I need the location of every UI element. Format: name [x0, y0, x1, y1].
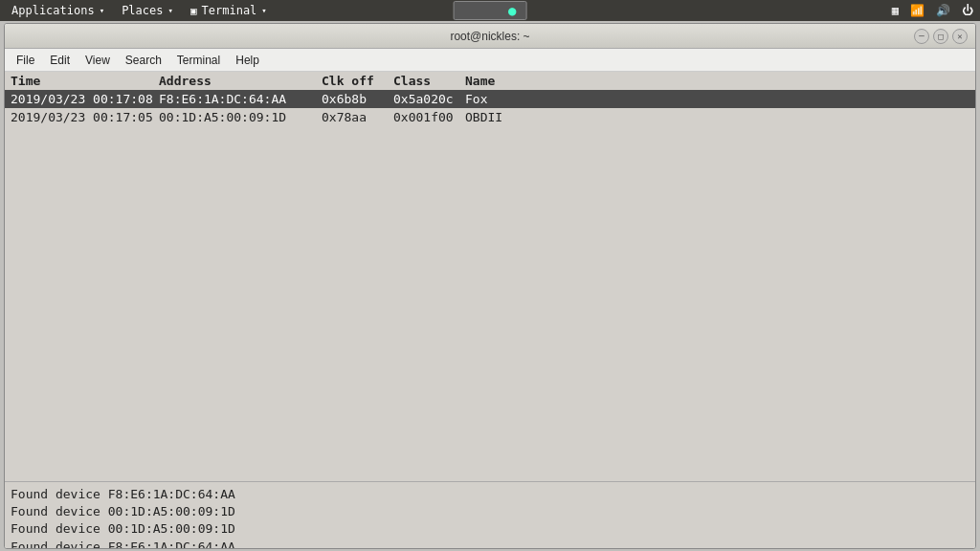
- terminal-label: Terminal: [202, 4, 257, 17]
- window-title: root@nickles: ~: [450, 30, 529, 43]
- network-indicator: ●: [454, 1, 527, 20]
- terminal-menu[interactable]: ▣ Terminal ▾: [183, 2, 275, 19]
- header-clkoff: Clk off: [322, 74, 393, 88]
- cell-time: 2019/03/23 00:17:05: [11, 110, 159, 124]
- header-class: Class: [393, 74, 465, 88]
- maximize-button[interactable]: □: [933, 29, 948, 44]
- cell-name: Fox: [465, 92, 561, 106]
- cell-address: 00:1D:A5:00:09:1D: [159, 110, 322, 124]
- cell-class: 0x001f00: [393, 110, 465, 124]
- system-bar-right: ▦ 📶 🔊 ⏻: [889, 4, 976, 17]
- header-name: Name: [465, 74, 561, 88]
- menu-edit[interactable]: Edit: [42, 51, 78, 70]
- log-line: Found device F8:E6:1A:DC:64:AA: [11, 539, 969, 548]
- menu-file[interactable]: File: [9, 51, 42, 70]
- terminal-icon: ▣: [190, 5, 197, 17]
- table-row[interactable]: 2019/03/23 00:17:05 00:1D:A5:00:09:1D 0x…: [5, 108, 975, 126]
- places-menu[interactable]: Places ▾: [114, 2, 181, 19]
- log-line: Found device F8:E6:1A:DC:64:AA: [11, 486, 969, 503]
- table-rows: 2019/03/23 00:17:08 F8:E6:1A:DC:64:AA 0x…: [5, 90, 975, 126]
- log-line: Found device 00:1D:A5:00:09:1D: [11, 503, 969, 520]
- cell-class: 0x5a020c: [393, 92, 465, 106]
- system-bar-center: ●: [454, 1, 527, 20]
- applications-menu[interactable]: Applications ▾: [4, 2, 112, 19]
- content-area: Time Address Clk off Class Name 2019/03/…: [5, 72, 975, 548]
- log-area: Found device F8:E6:1A:DC:64:AAFound devi…: [5, 481, 975, 548]
- title-bar: root@nickles: ~ ─ □ ✕: [5, 24, 975, 49]
- cell-address: F8:E6:1A:DC:64:AA: [159, 92, 322, 106]
- places-arrow: ▾: [167, 6, 172, 15]
- applications-label: Applications: [11, 4, 95, 17]
- menu-bar: File Edit View Search Terminal Help: [5, 49, 975, 72]
- cell-name: OBDII: [465, 110, 561, 124]
- network-icon: 📶: [907, 4, 927, 17]
- system-bar: Applications ▾ Places ▾ ▣ Terminal ▾ ● ▦…: [0, 0, 980, 21]
- cell-time: 2019/03/23 00:17:08: [11, 92, 159, 106]
- menu-terminal[interactable]: Terminal: [169, 51, 228, 70]
- network-text: [464, 6, 502, 18]
- table-header: Time Address Clk off Class Name: [5, 72, 975, 90]
- close-button[interactable]: ✕: [952, 29, 968, 44]
- log-line: Found device 00:1D:A5:00:09:1D: [11, 520, 969, 538]
- terminal-window: root@nickles: ~ ─ □ ✕ File Edit View Sea…: [4, 23, 976, 549]
- battery-icon: ▦: [889, 4, 902, 17]
- network-dot: ●: [508, 3, 516, 18]
- system-bar-left: Applications ▾ Places ▾ ▣ Terminal ▾: [4, 2, 275, 19]
- cell-clkoff: 0x6b8b: [322, 92, 393, 106]
- table-row[interactable]: 2019/03/23 00:17:08 F8:E6:1A:DC:64:AA 0x…: [5, 90, 975, 108]
- window-controls: ─ □ ✕: [914, 29, 968, 44]
- volume-icon: 🔊: [933, 4, 953, 17]
- minimize-button[interactable]: ─: [914, 29, 929, 44]
- power-icon: ⏻: [959, 4, 976, 17]
- log-lines: Found device F8:E6:1A:DC:64:AAFound devi…: [11, 486, 969, 548]
- header-address: Address: [159, 74, 322, 88]
- menu-help[interactable]: Help: [228, 51, 267, 70]
- applications-arrow: ▾: [100, 6, 104, 15]
- table-area: Time Address Clk off Class Name 2019/03/…: [5, 72, 975, 481]
- cell-clkoff: 0x78aa: [322, 110, 393, 124]
- terminal-arrow: ▾: [261, 6, 266, 15]
- header-time: Time: [11, 74, 159, 88]
- places-label: Places: [122, 4, 163, 17]
- menu-view[interactable]: View: [78, 51, 118, 70]
- menu-search[interactable]: Search: [118, 51, 169, 70]
